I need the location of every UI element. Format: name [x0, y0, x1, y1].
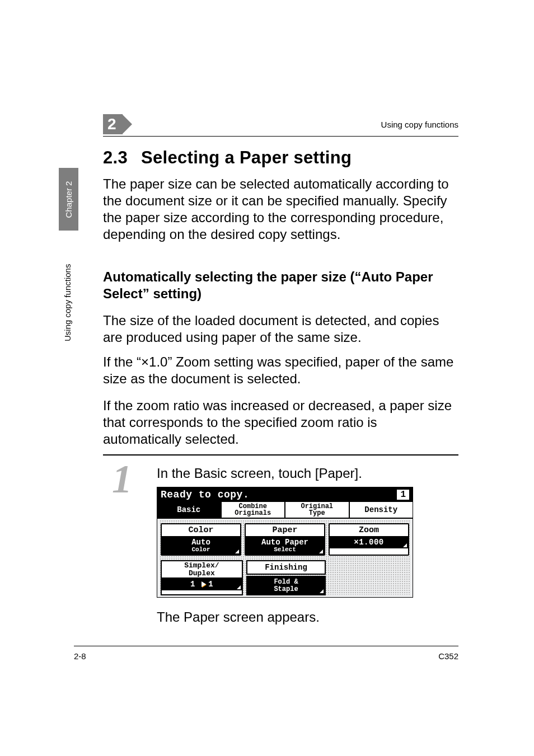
value-line: Select	[246, 547, 324, 553]
value-line: Auto Paper	[261, 538, 308, 547]
button-label: Finishing	[265, 563, 307, 572]
corner-icon	[320, 589, 324, 593]
value-line: Auto	[191, 538, 210, 547]
tab-label: Basic	[177, 506, 200, 514]
button-value: 1 1	[162, 578, 242, 590]
tab-combine-originals[interactable]: Combine Originals	[222, 502, 286, 518]
footer-rule	[74, 646, 458, 646]
section-number: 2.3	[103, 148, 128, 167]
color-button[interactable]: Color Auto Color	[161, 523, 241, 556]
device-body: Color Auto Color Paper Auto Paper Select…	[160, 520, 410, 595]
corner-icon	[403, 543, 407, 547]
paragraph: The size of the loaded document is detec…	[103, 312, 458, 346]
button-value: Auto Paper Select	[246, 537, 324, 555]
model-label: C352	[438, 651, 458, 661]
tab-label: Density	[364, 506, 397, 514]
step-result: The Paper screen appears.	[157, 609, 320, 625]
paper-button[interactable]: Paper Auto Paper Select	[245, 523, 325, 556]
arrow-right-icon	[202, 581, 206, 587]
chapter-badge-arrow	[123, 115, 132, 134]
paragraph: The paper size can be selected automatic…	[103, 176, 458, 243]
step-separator	[103, 454, 458, 456]
device-row: Simplex/ Duplex 1 1 Finishing Fold &	[160, 560, 410, 595]
device-tabs: Basic Combine Originals Original Type De…	[157, 502, 413, 519]
value-line: ×1.000	[354, 538, 383, 547]
side-strip: Chapter 2 Using copy functions	[59, 168, 92, 448]
chapter-badge: 2	[103, 114, 132, 134]
button-label: Paper	[246, 524, 324, 537]
corner-icon	[237, 585, 241, 589]
section-title-text: Selecting a Paper setting	[141, 148, 352, 167]
section-title: 2.3Selecting a Paper setting	[103, 148, 352, 168]
button-value: Auto Color	[162, 537, 240, 555]
paragraph: If the “×1.0” Zoom setting was specified…	[103, 354, 458, 387]
finishing-button[interactable]: Finishing	[246, 560, 326, 575]
corner-icon	[235, 550, 239, 553]
header-rule	[103, 136, 458, 137]
value-line: Staple	[274, 585, 298, 593]
button-value: ×1.000	[330, 537, 408, 548]
empty-cell	[329, 560, 409, 595]
device-title-bar: Ready to copy. 1	[157, 487, 413, 502]
paragraph: If the zoom ratio was increased or decre…	[103, 397, 458, 448]
button-label: Zoom	[330, 524, 408, 537]
copies-count: 1	[396, 490, 409, 500]
step-instruction: In the Basic screen, touch [Paper].	[157, 466, 362, 481]
finishing-column: Finishing Fold & Staple	[246, 560, 326, 595]
value-right: 1	[208, 580, 213, 589]
page-number: 2-8	[74, 651, 86, 661]
button-label: Simplex/ Duplex	[162, 561, 242, 578]
device-status-text: Ready to copy.	[161, 489, 249, 500]
button-label: Color	[162, 524, 240, 537]
running-head: Using copy functions	[381, 120, 458, 129]
tab-density[interactable]: Density	[350, 502, 413, 518]
zoom-button[interactable]: Zoom ×1.000	[329, 523, 409, 556]
chapter-number: 2	[103, 114, 123, 134]
value-left: 1	[190, 580, 195, 589]
side-section-label: Using copy functions	[63, 264, 72, 341]
label-line: Duplex	[189, 569, 215, 577]
side-chapter-label: Chapter 2	[64, 181, 73, 218]
tab-label: Originals	[235, 510, 271, 516]
corner-icon	[319, 550, 323, 553]
subheading: Automatically selecting the paper size (…	[103, 269, 458, 302]
simplex-duplex-button[interactable]: Simplex/ Duplex 1 1	[161, 560, 243, 595]
tab-label: Type	[309, 510, 325, 516]
side-chapter-box: Chapter 2	[59, 168, 78, 231]
step-number: 1	[112, 459, 132, 499]
page-header: 2 Using copy functions	[103, 114, 458, 134]
device-screen: Ready to copy. 1 Basic Combine Originals…	[157, 487, 413, 598]
tab-basic[interactable]: Basic	[157, 502, 222, 518]
device-row: Color Auto Color Paper Auto Paper Select…	[160, 523, 410, 556]
tab-original-type[interactable]: Original Type	[285, 502, 350, 518]
value-line: Color	[162, 547, 240, 553]
fold-staple-button[interactable]: Fold & Staple	[246, 576, 326, 595]
